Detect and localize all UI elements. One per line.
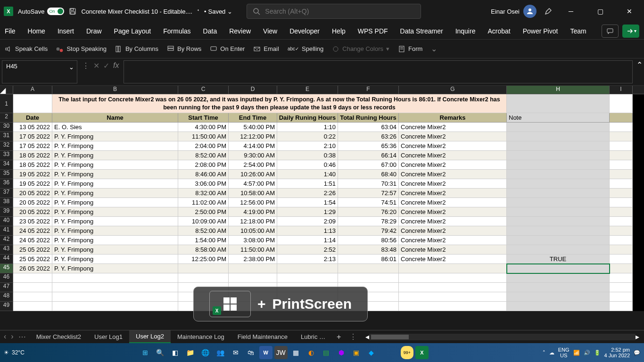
mail-icon[interactable]: ✉ [229,346,242,359]
cell[interactable]: Concrete Mixer2 [399,123,507,132]
cell[interactable] [338,264,399,273]
cell[interactable]: 8:58:00 AM [178,245,229,255]
cell[interactable] [507,160,610,170]
cell[interactable] [610,207,633,217]
cell[interactable]: 8:52:00 AM [178,226,229,236]
cell[interactable]: 2:10 [277,141,338,151]
cell[interactable]: 23 05 2022 [13,217,52,226]
cell[interactable] [610,123,633,132]
cell[interactable] [507,217,610,226]
notification-badge[interactable]: 99+ [401,346,413,359]
cell[interactable] [52,302,178,311]
cell[interactable]: 70:31 [338,179,399,189]
cell[interactable] [507,198,610,207]
cell[interactable]: P. Y. Frimpong [52,198,178,207]
cell[interactable] [507,170,610,179]
cell[interactable]: 1:29 [277,207,338,217]
cell[interactable] [507,94,610,113]
cell[interactable]: 1:14 [277,236,338,245]
cell[interactable]: 66:14 [338,151,399,160]
column-header[interactable]: I [610,86,633,94]
cell[interactable]: 17 05 2022 [13,132,52,141]
cell[interactable]: 0:46 [277,160,338,170]
saved-status[interactable]: • Saved ⌄ [204,8,232,15]
ribbon-tab[interactable]: WPS PDF [358,25,388,38]
cell[interactable]: P. Y. Frimpong [52,160,178,170]
app-icon[interactable]: ▦ [289,346,303,359]
cell[interactable] [610,245,633,255]
cell[interactable]: 4:57:00 PM [229,179,277,189]
cell[interactable]: 2:38:00 PM [229,255,277,264]
cell[interactable]: 2:26 [277,189,338,198]
app-icon[interactable]: ◐ [305,346,318,359]
cell[interactable]: 2:50:00 PM [178,207,229,217]
cancel-icon[interactable]: ✕ [93,61,99,70]
cell[interactable]: 8:32:00 AM [178,189,229,198]
cell[interactable]: 1:40 [277,170,338,179]
column-header[interactable]: E [277,86,338,94]
cell[interactable]: 20 05 2022 [13,189,52,198]
chevron-down-icon[interactable]: ⌄ [69,64,74,71]
ribbon-tab[interactable]: Data [203,25,217,38]
row-header[interactable]: 2 [0,113,13,123]
cell[interactable]: 80:56 [338,236,399,245]
cell[interactable] [610,273,633,283]
cell[interactable] [610,179,633,189]
sheet-tab[interactable]: Mixer Checklist2 [30,330,88,343]
column-header[interactable]: F [338,86,399,94]
cell[interactable]: 19 05 2022 [13,170,52,179]
chevron-down-icon[interactable]: ⌄ [431,44,437,53]
cell[interactable]: 3:06:00 PM [178,179,229,189]
close-button[interactable]: ✕ [619,4,640,19]
cell[interactable]: 3:08:00 PM [229,236,277,245]
by-columns-button[interactable]: By Columns [115,45,158,53]
cell[interactable] [507,302,610,311]
cell[interactable]: 19 05 2022 [13,179,52,189]
fx-icon[interactable]: fx [113,61,119,70]
app-icon[interactable]: ▣ [350,346,363,359]
cell[interactable]: Note [507,113,610,123]
row-header[interactable]: 46 [0,273,13,283]
tray-chevron-icon[interactable]: ˄ [543,350,545,356]
column-header[interactable]: G [399,86,507,94]
cell[interactable] [13,94,52,113]
cell[interactable] [507,264,610,273]
cell[interactable]: 11:50:00 AM [178,132,229,141]
sheet-next-icon[interactable]: › [11,332,13,341]
cell[interactable]: P. Y. Frimpong [52,236,178,245]
cell[interactable]: 24 05 2022 [13,226,52,236]
language-indicator[interactable]: ENGUS [558,347,570,358]
cell[interactable] [610,198,633,207]
cell[interactable] [610,160,633,170]
cell[interactable] [610,236,633,245]
row-header[interactable]: 36 [0,179,13,189]
cell[interactable]: 4:14:00 PM [229,141,277,151]
cell[interactable]: 1:13 [277,226,338,236]
row-header[interactable]: 35 [0,170,13,179]
cell[interactable]: 0:22 [277,132,338,141]
onedrive-icon[interactable]: ☁ [549,350,554,356]
row-header[interactable]: 49 [0,302,13,311]
cell[interactable]: 8:46:00 AM [178,170,229,179]
row-header[interactable]: 37 [0,189,13,198]
cell[interactable]: 78:29 [338,217,399,226]
cell[interactable]: 67:00 [338,160,399,170]
cell[interactable] [610,132,633,141]
cell[interactable]: P. Y. Frimpong [52,151,178,160]
cell[interactable]: 63:26 [338,132,399,141]
cell[interactable]: 17 05 2022 [13,141,52,151]
column-header[interactable]: A [13,86,52,94]
cell[interactable]: 2:54:00 PM [229,160,277,170]
ribbon-tab[interactable]: View [263,25,277,38]
sheet-tab[interactable]: User Log1 [88,330,129,343]
pen-icon[interactable] [544,7,553,16]
cell[interactable]: 18 05 2022 [13,151,52,160]
cell[interactable]: 4:30:00 PM [178,123,229,132]
cell[interactable]: P. Y. Frimpong [52,226,178,236]
cell[interactable] [338,273,399,283]
cell[interactable]: 2:13 [277,255,338,264]
cell[interactable]: 2:52 [277,245,338,255]
scroll-thumb[interactable] [371,335,409,339]
cell[interactable]: P. Y. Frimpong [52,245,178,255]
cell[interactable] [399,264,507,273]
